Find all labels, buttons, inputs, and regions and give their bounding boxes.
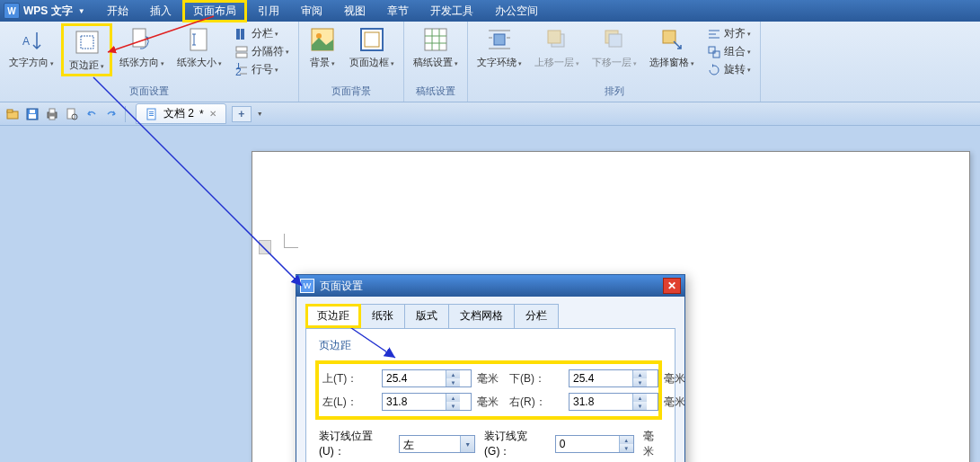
margin-corner-indicator <box>284 234 298 248</box>
close-icon[interactable]: ✕ <box>209 109 216 119</box>
svg-rect-40 <box>29 114 36 119</box>
menu-item-0[interactable]: 开始 <box>96 0 139 22</box>
qat-redo-icon[interactable] <box>102 105 120 123</box>
spinner-down-icon[interactable]: ▼ <box>633 378 647 386</box>
app-icon[interactable]: W <box>4 3 20 19</box>
label-top: 上(T)： <box>322 371 376 386</box>
svg-rect-30 <box>609 34 622 47</box>
dialog-tab-0[interactable]: 页边距 <box>305 304 361 328</box>
menu-item-1[interactable]: 插入 <box>139 0 182 22</box>
dialog-close-button[interactable]: ✕ <box>663 278 681 294</box>
menu-item-3[interactable]: 引用 <box>247 0 290 22</box>
app-title: WPS 文字 <box>23 4 73 19</box>
svg-rect-7 <box>236 47 247 51</box>
columns-button[interactable]: 分栏▾ <box>231 25 293 42</box>
align-button[interactable]: 对齐▾ <box>703 25 755 42</box>
spinner-up-icon[interactable]: ▲ <box>620 436 633 444</box>
menu-item-4[interactable]: 审阅 <box>290 0 333 22</box>
margins-inputs-group: 上(T)： ▲▼ 毫米 下(B)： ▲▼ 毫米 左(L)： ▲▼ 毫米 右(R)… <box>315 360 662 420</box>
spinner-down-icon[interactable]: ▼ <box>446 402 460 410</box>
svg-rect-44 <box>49 116 55 120</box>
svg-rect-41 <box>30 110 35 113</box>
text-direction-icon: A <box>17 25 46 54</box>
spinner-up-icon[interactable]: ▲ <box>446 370 460 378</box>
svg-rect-1 <box>76 31 98 53</box>
send-backward-icon <box>600 25 629 54</box>
svg-rect-17 <box>425 29 446 50</box>
bring-forward-button[interactable]: 上移一层▾ <box>529 23 585 71</box>
svg-rect-38 <box>7 110 13 112</box>
label-right: 右(R)： <box>509 395 563 410</box>
menu-item-5[interactable]: 视图 <box>333 0 376 22</box>
ribbon-group-label: 排列 <box>472 83 756 100</box>
menu-item-8[interactable]: 办公空间 <box>484 0 549 22</box>
background-button[interactable]: 背景▾ <box>303 23 342 71</box>
chevron-down-icon[interactable]: ▼ <box>460 436 474 452</box>
svg-rect-49 <box>149 113 154 114</box>
send-backward-button[interactable]: 下移一层▾ <box>587 23 642 71</box>
margin-right-input[interactable]: ▲▼ <box>569 393 658 411</box>
genko-button[interactable]: 稿纸设置▾ <box>408 23 464 71</box>
dialog-tab-1[interactable]: 纸张 <box>360 304 405 328</box>
unit-left: 毫米 <box>477 395 504 410</box>
new-tab-button[interactable]: + <box>232 106 252 122</box>
qat-print-icon[interactable] <box>43 105 61 123</box>
unit-bottom: 毫米 <box>664 371 691 386</box>
group-button[interactable]: 组合▾ <box>703 43 755 60</box>
page-setup-dialog: W 页面设置 ✕ 页边距纸张版式文档网格分栏 页边距 上(T)： ▲▼ 毫米 下… <box>296 274 685 462</box>
menu-item-7[interactable]: 开发工具 <box>419 0 484 22</box>
spinner-down-icon[interactable]: ▼ <box>620 444 633 452</box>
orientation-button[interactable]: 纸张方向▾ <box>114 23 170 71</box>
ribbon-group-label: 稿纸设置 <box>408 83 464 100</box>
paper-size-button[interactable]: 纸张大小▾ <box>172 23 227 71</box>
spinner-up-icon[interactable]: ▲ <box>446 394 460 402</box>
dialog-tab-2[interactable]: 版式 <box>404 304 449 328</box>
spinner-down-icon[interactable]: ▼ <box>446 378 460 386</box>
text-wrap-button[interactable]: 文字环绕▾ <box>472 23 527 71</box>
spinner-up-icon[interactable]: ▲ <box>633 370 647 378</box>
ribbon-group-label: 页面背景 <box>303 83 400 100</box>
genko-icon <box>421 25 450 54</box>
gutter-width-input[interactable]: ▲▼ <box>555 435 634 453</box>
svg-rect-22 <box>494 34 505 45</box>
columns-icon <box>234 27 249 41</box>
margin-left-input[interactable]: ▲▼ <box>382 393 472 411</box>
svg-rect-28 <box>548 31 561 43</box>
svg-rect-45 <box>67 109 75 119</box>
menu-item-2[interactable]: 页面布局 <box>182 0 247 22</box>
svg-rect-8 <box>236 53 247 58</box>
document-tab[interactable]: 文档 2 * ✕ <box>136 103 226 124</box>
line-numbers-button[interactable]: 12行号▾ <box>231 61 293 78</box>
unit-right: 毫米 <box>664 395 691 410</box>
breaks-button[interactable]: 分隔符▾ <box>231 43 293 60</box>
spinner-down-icon[interactable]: ▼ <box>633 402 647 410</box>
label-bottom: 下(B)： <box>509 371 563 386</box>
page-border-button[interactable]: 页面边框▾ <box>344 23 400 71</box>
breaks-icon <box>234 45 249 59</box>
qat-open-icon[interactable] <box>4 105 22 123</box>
dialog-icon: W <box>300 279 314 293</box>
margin-top-input[interactable]: ▲▼ <box>382 369 472 387</box>
dialog-tab-3[interactable]: 文档网格 <box>448 304 515 328</box>
app-menu-dropdown-icon[interactable]: ▼ <box>78 7 85 15</box>
text-wrap-icon <box>485 25 514 54</box>
selection-pane-button[interactable]: 选择窗格▾ <box>644 23 700 71</box>
svg-rect-6 <box>241 29 244 40</box>
qat-save-icon[interactable] <box>23 105 41 123</box>
margins-button[interactable]: 页边距▾ <box>61 23 112 76</box>
unit-gutter: 毫米 <box>643 429 662 459</box>
margin-bottom-input[interactable]: ▲▼ <box>569 369 658 387</box>
page-border-icon <box>358 25 386 54</box>
spinner-up-icon[interactable]: ▲ <box>633 394 647 402</box>
qat-print-preview-icon[interactable] <box>63 105 81 123</box>
tab-dropdown-icon[interactable]: ▼ <box>257 111 263 117</box>
qat-undo-icon[interactable] <box>83 105 101 123</box>
rotate-icon <box>707 63 721 77</box>
menu-item-6[interactable]: 章节 <box>376 0 419 22</box>
rotate-button[interactable]: 旋转▾ <box>703 61 755 78</box>
align-icon <box>707 27 721 41</box>
bring-forward-icon <box>543 25 571 54</box>
gutter-position-combo[interactable]: 左▼ <box>399 435 475 453</box>
text-direction-button[interactable]: A文字方向▾ <box>4 23 59 71</box>
dialog-tab-4[interactable]: 分栏 <box>514 304 559 328</box>
